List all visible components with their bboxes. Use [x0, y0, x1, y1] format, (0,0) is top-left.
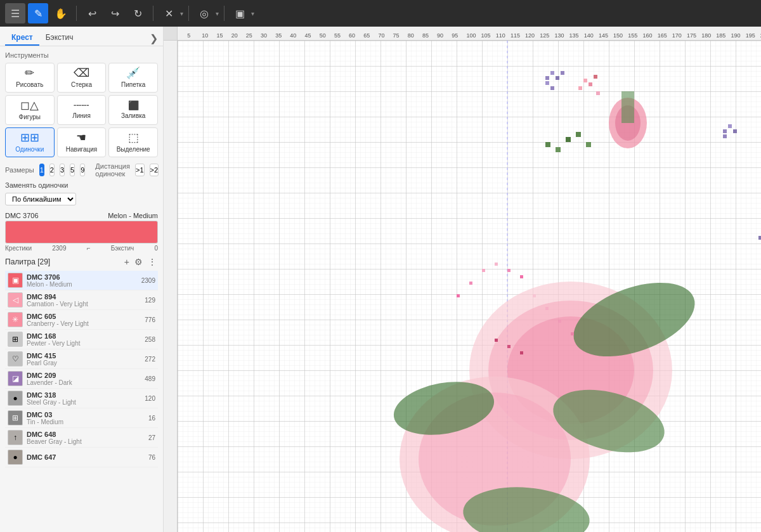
size-2-button[interactable]: 2 [49, 164, 55, 176]
view-tool-group: ◎ ▾ [194, 3, 219, 23]
eye-arrow[interactable]: ▾ [216, 10, 219, 17]
image-button[interactable]: ▣ [230, 3, 250, 23]
size-1-button[interactable]: 1 [39, 164, 44, 176]
replace-dropdown[interactable]: По ближайшим [5, 193, 76, 205]
tool-fill[interactable]: ⬛ Заливка [108, 95, 158, 125]
palette-settings-button[interactable]: ⚙ [133, 256, 144, 268]
tab-cross[interactable]: Крест [5, 30, 39, 46]
tool-select[interactable]: ⬚ Выделение [108, 127, 158, 157]
erase-icon: ⌫ [74, 67, 89, 79]
dist-gt1-button[interactable]: >1 [135, 164, 145, 176]
erase-button[interactable]: ✕ [159, 3, 179, 23]
ruler-h-mark-95: 95 [452, 32, 458, 39]
color-swatch[interactable] [5, 221, 158, 243]
backstitch-count: 0 [154, 245, 158, 252]
palette-item-dmc318[interactable]: ● DMC 318 Steel Gray - Light 120 [5, 389, 158, 408]
tool-line[interactable]: ╌╌╌ Линия [57, 95, 107, 125]
tool-line-label: Линия [72, 112, 91, 119]
ruler-h-marks: 5101520253035404550556065707580859095100… [178, 27, 761, 40]
toolbar-separator-1 [76, 6, 77, 21]
sizes-label: Размеры [5, 166, 34, 174]
pi-info-dmc647: DMC 647 [27, 453, 145, 461]
tool-shapes[interactable]: ◻△ Фигуры [5, 95, 55, 125]
undo-button[interactable]: ↩ [82, 3, 102, 23]
palette-item-dmc03[interactable]: ⊞ DMC 03 Tin - Medium 16 [5, 408, 158, 428]
ruler-h-mark-135: 135 [569, 32, 579, 39]
eyedropper-icon: 💉 [126, 67, 140, 79]
palette-item-dmc209[interactable]: ◪ DMC 209 Lavender - Dark 489 [5, 369, 158, 389]
toolbar-separator-2 [153, 6, 153, 21]
ruler-h-mark-115: 115 [511, 32, 520, 39]
palette-item-dmc647[interactable]: ● DMC 647 76 [5, 448, 158, 467]
canvas-scroll[interactable] [178, 41, 761, 532]
draw-tool-button[interactable]: ✎ [28, 3, 48, 23]
tool-singles[interactable]: ⊞⊞ Одиночки [5, 127, 55, 157]
rotate-button[interactable]: ↻ [127, 3, 148, 23]
pi-count-dmc894: 129 [145, 297, 155, 304]
ruler-h-mark-145: 145 [599, 32, 608, 39]
replace-label: Заменять одиночки [5, 181, 158, 189]
erase-arrow[interactable]: ▾ [180, 10, 183, 17]
pi-icon-dmc415: ♡ [8, 351, 23, 367]
ruler-h-mark-60: 60 [349, 32, 355, 39]
pi-info-dmc894: DMC 894 Carnation - Very Light [27, 293, 141, 308]
tool-eyedropper-label: Пипетка [121, 81, 145, 88]
ruler-h-mark-180: 180 [701, 32, 711, 39]
color-stats-row: Крестики 2309 ⌐ Бэкстич 0 [5, 245, 158, 252]
dist-gt2-button[interactable]: >2 [150, 164, 159, 176]
pi-icon-dmc03: ⊞ [8, 410, 23, 425]
tool-fill-label: Заливка [121, 112, 146, 119]
palette-item-dmc168[interactable]: ⊞ DMC 168 Pewter - Very Light 258 [5, 330, 158, 349]
pi-count-dmc3706: 2309 [141, 277, 155, 284]
canvas-wrapper [164, 41, 761, 532]
tool-draw[interactable]: ✏ Рисовать [5, 63, 55, 93]
pi-info-dmc168: DMC 168 Pewter - Very Light [27, 332, 141, 347]
palette-item-dmc3706[interactable]: ▣ DMC 3706 Melon - Medium 2309 [5, 271, 158, 290]
palette-add-button[interactable]: + [123, 256, 131, 268]
size-5-button[interactable]: 5 [70, 164, 75, 176]
image-arrow[interactable]: ▾ [251, 10, 254, 17]
ruler-top: 5101520253035404550556065707580859095100… [164, 27, 761, 41]
left-panel: Крест Бэкстич ❯ Инструменты ✏ Рисовать ⌫… [0, 27, 164, 532]
pi-desc-dmc415: Pearl Gray [27, 360, 141, 367]
pi-info-dmc209: DMC 209 Lavender - Dark [27, 372, 141, 386]
pi-code-dmc894: DMC 894 [27, 293, 141, 301]
menu-button[interactable]: ☰ [5, 3, 25, 23]
collapse-button[interactable]: ❯ [150, 32, 158, 44]
pi-desc-dmc894: Carnation - Very Light [27, 301, 141, 308]
ruler-h-mark-140: 140 [584, 32, 594, 39]
ruler-h-mark-45: 45 [305, 32, 311, 39]
crosses-label: Крестики [5, 245, 32, 252]
size-9-button[interactable]: 9 [80, 164, 85, 176]
toolbar-separator-4 [224, 6, 224, 21]
palette-item-dmc415[interactable]: ♡ DMC 415 Pearl Gray 272 [5, 349, 158, 369]
eye-button[interactable]: ◎ [194, 3, 214, 23]
pi-icon-dmc209: ◪ [8, 371, 23, 386]
pi-info-dmc415: DMC 415 Pearl Gray [27, 352, 141, 367]
line-icon: ╌╌╌ [74, 101, 89, 110]
size-3-button[interactable]: 3 [60, 164, 65, 176]
crosses-count: 2309 [52, 245, 66, 252]
pan-tool-button[interactable]: ✋ [51, 3, 71, 23]
palette-item-dmc605[interactable]: ✳ DMC 605 Cranberry - Very Light 776 [5, 310, 158, 330]
ruler-h-mark-15: 15 [217, 32, 223, 39]
pi-desc-dmc648: Beaver Gray - Light [27, 438, 145, 445]
tool-eyedropper[interactable]: 💉 Пипетка [108, 63, 158, 93]
pi-desc-dmc03: Tin - Medium [27, 418, 145, 425]
redo-button[interactable]: ↪ [105, 3, 125, 23]
palette-item-dmc894[interactable]: ◁ DMC 894 Carnation - Very Light 129 [5, 290, 158, 310]
palette-item-dmc648[interactable]: ↑ DMC 648 Beaver Gray - Light 27 [5, 428, 158, 448]
toolbar-separator-3 [188, 6, 189, 21]
erase-tool-group: ✕ ▾ [159, 3, 183, 23]
tab-backstitch[interactable]: Бэкстич [39, 30, 80, 46]
color-name: Melon - Medium [108, 212, 158, 219]
ruler-h-mark-130: 130 [554, 32, 564, 39]
ruler-h-mark-195: 195 [746, 32, 755, 39]
tool-erase[interactable]: ⌫ Стерка [57, 63, 107, 93]
palette-more-button[interactable]: ⋮ [146, 256, 158, 268]
distance-label: Дистанция одиночек [95, 162, 130, 178]
ruler-h-mark-155: 155 [628, 32, 637, 39]
ruler-h-mark-50: 50 [320, 32, 326, 39]
tool-navigate[interactable]: ☚ Навигация [57, 127, 107, 157]
shapes-icon: ◻△ [20, 100, 39, 111]
